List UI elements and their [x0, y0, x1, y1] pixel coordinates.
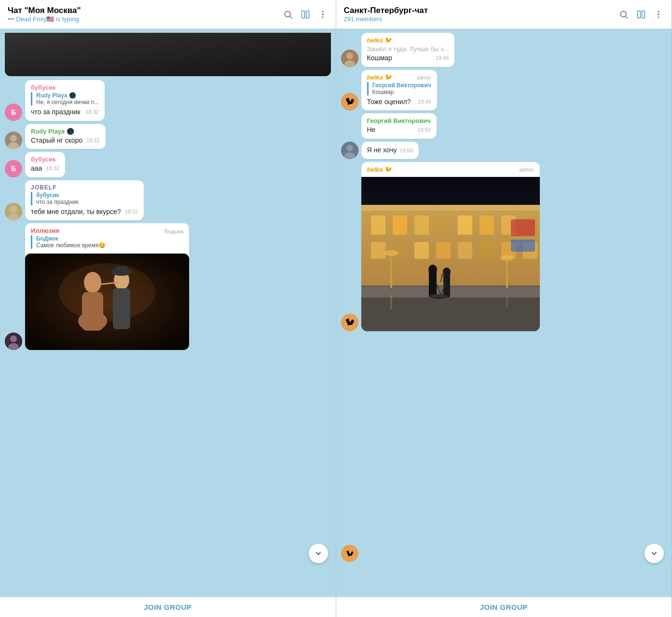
svg-rect-24 — [116, 266, 127, 275]
message-text: что за праздник18:32 — [31, 107, 99, 117]
svg-point-32 — [658, 16, 659, 18]
badge-label: admin — [417, 75, 431, 80]
message-time: 19:50 — [400, 148, 413, 153]
right-columns-icon[interactable] — [636, 9, 646, 20]
right-chat-messages: belka 🐿 Зашёл я туда. Лучше бы э... Кошм… — [336, 29, 672, 597]
avatar: 🐿 — [341, 93, 358, 110]
quoted-text: Кошмар — [372, 89, 431, 95]
message-bubble: бубусик ааа18:32 — [25, 152, 65, 177]
svg-rect-55 — [371, 242, 385, 259]
message-sender: belka 🐿 — [367, 74, 391, 81]
svg-point-17 — [59, 263, 155, 321]
bubble-header-row: Иллюзия Ведьма — [31, 227, 183, 235]
svg-point-18 — [84, 272, 101, 293]
message-text: Я не хочу19:50 — [367, 146, 413, 155]
svg-rect-69 — [429, 271, 437, 297]
quoted-text: Не, я сегодня иички п... — [36, 99, 99, 106]
table-row: Б бубусик ааа18:32 — [5, 152, 331, 177]
svg-line-1 — [289, 16, 292, 18]
svg-rect-78 — [511, 240, 535, 252]
svg-rect-79 — [361, 297, 540, 331]
message-sender: Георгий Викторович — [367, 117, 431, 124]
typing-user: Dead Foxy🇺🇸 is typing — [16, 15, 79, 23]
message-text: ааа18:32 — [31, 164, 59, 174]
table-row: Rudy Playa 🌑 Старый нг скоро18:32 — [5, 124, 331, 149]
left-columns-icon[interactable] — [300, 9, 311, 20]
left-top-image — [5, 33, 331, 76]
right-chat-panel: Санкт-Петербург-чат 291 members bel — [336, 0, 672, 617]
message-time: 18:32 — [125, 208, 138, 215]
quoted-message: БоДжек Самое любимое время😏 — [31, 235, 183, 249]
message-time: 18:32 — [85, 108, 99, 116]
left-chat-subtitle: ••• Dead Foxy🇺🇸 is typing — [8, 15, 283, 23]
svg-point-26 — [620, 11, 626, 17]
left-chat-title: Чат "Моя Москва" — [8, 6, 283, 15]
message-time: 19:45 — [436, 54, 449, 62]
svg-point-31 — [658, 13, 659, 15]
svg-point-11 — [10, 205, 17, 213]
quoted-message: Георгий Викторович Кошмар — [367, 82, 431, 95]
scroll-down-button[interactable] — [309, 544, 328, 563]
table-row: 🐿 belka 🐿 admin — [341, 162, 667, 331]
table-row: Георгий Викторович Не19:50 — [341, 113, 667, 139]
message-sender: JOBELF — [31, 184, 138, 191]
message-bubble: Иллюзия Ведьма БоДжек Самое любимое врем… — [25, 223, 189, 350]
message-bubble: Георгий Викторович Не19:50 — [361, 113, 437, 139]
left-header-icons — [283, 9, 328, 20]
right-panel-body: belka 🐿 Зашёл я туда. Лучше бы э... Кошм… — [336, 29, 672, 597]
svg-rect-47 — [371, 215, 385, 235]
table-row: belka 🐿 Зашёл я туда. Лучше бы э... Кошм… — [341, 33, 667, 67]
message-text: Тоже оценил?19:49 — [367, 97, 431, 107]
right-chat-title: Санкт-Петербург-чат — [344, 6, 619, 15]
svg-line-27 — [626, 16, 628, 18]
left-search-icon[interactable] — [283, 9, 293, 20]
svg-rect-2 — [302, 11, 304, 18]
svg-rect-22 — [113, 288, 130, 329]
avatar: Б — [5, 160, 22, 177]
message-sender: belka 🐿 — [367, 166, 391, 173]
left-join-button[interactable]: JOIN GROUP — [8, 603, 328, 611]
svg-rect-81 — [506, 295, 508, 307]
svg-rect-80 — [390, 295, 392, 309]
typing-dots: ••• — [8, 15, 14, 23]
left-panel-body: Б бубусик Rudy Playa 🌑 Не, я сегодня иич… — [0, 29, 336, 597]
quoted-text: что за праздник — [36, 199, 138, 205]
left-top-gradient — [5, 33, 331, 76]
left-chat-footer: JOIN GROUP — [0, 597, 336, 617]
message-text: Старый нг скоро18:32 — [31, 136, 100, 146]
svg-rect-46 — [361, 205, 540, 211]
svg-point-4 — [322, 11, 323, 12]
right-more-icon[interactable] — [653, 9, 664, 20]
right-scroll-down-button[interactable] — [645, 544, 664, 563]
svg-rect-65 — [390, 254, 392, 288]
left-chat-messages: Б бубусик Rudy Playa 🌑 Не, я сегодня иич… — [0, 29, 336, 597]
quoted-message: бубусик что за праздник — [31, 192, 138, 205]
svg-rect-60 — [480, 242, 494, 259]
message-text: тебя мне отдали, ты вкурсе?18:32 — [31, 207, 138, 217]
bubble-header: Иллюзия Ведьма БоДжек Самое любимое врем… — [25, 223, 189, 254]
svg-rect-64 — [361, 285, 540, 287]
message-time: 18:32 — [46, 165, 59, 172]
movie-image-inner — [25, 254, 189, 350]
message-bubble: бубусик Rudy Playa 🌑 Не, я сегодня иички… — [25, 80, 105, 121]
quoted-sender: Георгий Викторович — [372, 82, 431, 89]
svg-rect-52 — [480, 215, 494, 235]
quoted-sender: Rudy Playa 🌑 — [36, 92, 99, 99]
right-chat-header: Санкт-Петербург-чат 291 members — [336, 0, 672, 29]
badge-label: Ведьма — [165, 228, 183, 234]
svg-text:🐿: 🐿 — [345, 97, 354, 107]
left-chat-panel: Чат "Моя Москва" ••• Dead Foxy🇺🇸 is typi… — [0, 0, 336, 617]
message-sender: бубусик — [31, 84, 99, 91]
avatar — [341, 142, 358, 159]
message-text: Кошмар19:45 — [367, 54, 449, 63]
svg-rect-59 — [458, 242, 472, 259]
right-join-button[interactable]: JOIN GROUP — [344, 603, 664, 611]
right-search-icon[interactable] — [618, 9, 629, 20]
svg-rect-48 — [393, 215, 407, 235]
bubble-header-row: belka 🐿 admin — [367, 74, 431, 82]
svg-rect-51 — [458, 215, 472, 235]
bubble-header-row: belka 🐿 admin — [367, 166, 534, 174]
left-more-icon[interactable] — [317, 9, 328, 20]
message-time: 18:32 — [86, 137, 100, 144]
svg-rect-50 — [436, 215, 451, 235]
